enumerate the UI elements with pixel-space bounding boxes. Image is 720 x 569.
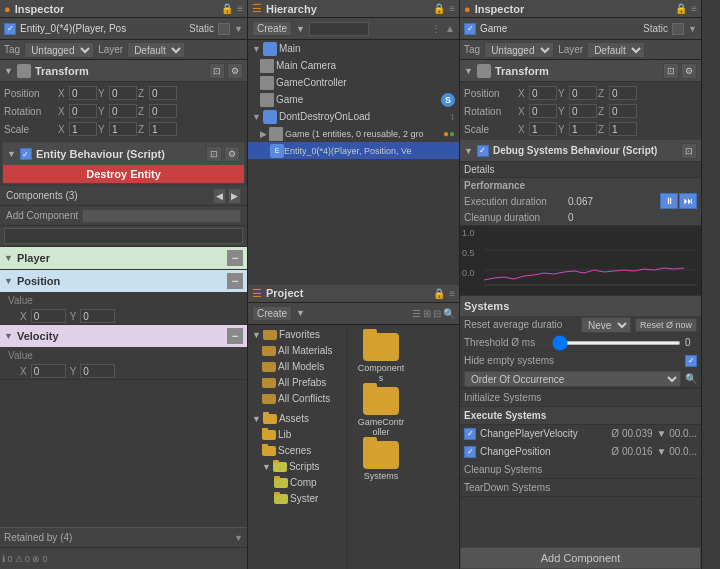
right-transform-icon-btn2[interactable]: ⚙ bbox=[681, 63, 697, 79]
proj-search-icon[interactable]: 🔍 bbox=[443, 308, 455, 319]
all-conflicts-folder[interactable]: All Conflicts bbox=[250, 391, 345, 407]
left-scale-x[interactable] bbox=[69, 122, 97, 136]
order-search-icon[interactable]: 🔍 bbox=[685, 373, 697, 384]
velocity-arrow[interactable]: ▼ bbox=[4, 331, 13, 341]
hier-item-entity[interactable]: E Entity_0(*4)(Player, Position, Ve bbox=[248, 142, 459, 159]
lib-folder[interactable]: Lib bbox=[250, 427, 345, 443]
left-pos-x[interactable] bbox=[69, 86, 97, 100]
project-lock[interactable]: 🔒 bbox=[433, 288, 445, 299]
pos-comp-y[interactable] bbox=[80, 309, 115, 323]
right-menu-icon[interactable]: ≡ bbox=[691, 3, 697, 14]
error-btn[interactable]: ⊗ 0 bbox=[32, 554, 48, 564]
comp-prev-btn[interactable]: ◀ bbox=[213, 188, 226, 204]
left-pos-z[interactable] bbox=[149, 86, 177, 100]
right-rot-z[interactable] bbox=[609, 104, 637, 118]
left-transform-icon-btn2[interactable]: ⚙ bbox=[227, 63, 243, 79]
left-transform-arrow[interactable]: ▼ bbox=[4, 66, 13, 76]
right-layer-dropdown[interactable]: Default bbox=[587, 42, 645, 58]
info-btn-1[interactable]: ℹ 0 bbox=[2, 554, 13, 564]
dontdestroy-scroll[interactable]: ↕ bbox=[450, 111, 455, 122]
exec-sys-1-checkbox[interactable]: ✓ bbox=[464, 428, 476, 440]
favorites-folder[interactable]: ▼ Favorites bbox=[250, 327, 345, 343]
right-scale-z[interactable] bbox=[609, 122, 637, 136]
comp-subfolder[interactable]: Comp bbox=[250, 475, 345, 491]
hierarchy-create-arrow[interactable]: ▼ bbox=[296, 24, 305, 34]
vel-comp-x[interactable] bbox=[31, 364, 66, 378]
dropdown-arrow-left[interactable]: ▼ bbox=[234, 24, 243, 34]
add-component-input-left[interactable] bbox=[82, 209, 241, 223]
right-rot-y[interactable] bbox=[569, 104, 597, 118]
right-rot-x[interactable] bbox=[529, 104, 557, 118]
right-pos-x[interactable] bbox=[529, 86, 557, 100]
reset-avg-dropdown[interactable]: Never bbox=[581, 317, 631, 333]
exec-sys-2-checkbox[interactable]: ✓ bbox=[464, 446, 476, 458]
debug-systems-icon-btn[interactable]: ⊡ bbox=[681, 143, 697, 159]
scripts-arrow[interactable]: ▼ bbox=[262, 462, 271, 472]
right-pos-z[interactable] bbox=[609, 86, 637, 100]
pos-comp-x[interactable] bbox=[31, 309, 66, 323]
right-tag-dropdown[interactable]: Untagged bbox=[484, 42, 554, 58]
player-comp-minus-btn[interactable]: − bbox=[227, 250, 243, 266]
right-transform-arrow[interactable]: ▼ bbox=[464, 66, 473, 76]
threshold-slider[interactable] bbox=[552, 341, 681, 345]
right-pos-y[interactable] bbox=[569, 86, 597, 100]
left-scale-y[interactable] bbox=[109, 122, 137, 136]
position-arrow[interactable]: ▼ bbox=[4, 276, 13, 286]
game-entities-expand-arrow[interactable]: ▶ bbox=[260, 129, 267, 139]
order-dropdown[interactable]: Order Of Occurrence bbox=[464, 371, 681, 387]
eb-enabled-checkbox[interactable]: ✓ bbox=[20, 148, 32, 160]
favorites-arrow[interactable]: ▼ bbox=[252, 330, 261, 340]
game-entities-dot2[interactable]: ● bbox=[449, 128, 455, 139]
hier-item-main[interactable]: ▼ Main bbox=[248, 40, 459, 57]
components-folder-large[interactable]: Components bbox=[356, 333, 406, 383]
destroy-entity-button[interactable]: Destroy Entity bbox=[3, 165, 244, 183]
retained-expand-icon[interactable]: ▼ bbox=[234, 533, 243, 543]
eb-icon-btn1[interactable]: ⊡ bbox=[206, 146, 222, 162]
proj-view-tree[interactable]: ⊟ bbox=[433, 308, 441, 319]
left-menu-icon[interactable]: ≡ bbox=[237, 3, 243, 14]
assets-arrow[interactable]: ▼ bbox=[252, 414, 261, 424]
comp-next-btn[interactable]: ▶ bbox=[228, 188, 241, 204]
hierarchy-create-btn[interactable]: Create bbox=[252, 21, 292, 36]
right-lock-icon[interactable]: 🔒 bbox=[675, 3, 687, 14]
left-rot-z[interactable] bbox=[149, 104, 177, 118]
vel-comp-y[interactable] bbox=[80, 364, 115, 378]
eb-icon-btn2[interactable]: ⚙ bbox=[224, 146, 240, 162]
dropdown-arrow-right[interactable]: ▼ bbox=[688, 24, 697, 34]
hier-item-game-entities[interactable]: ▶ Game (1 entities, 0 reusable, 2 gro ● … bbox=[248, 125, 459, 142]
warning-btn[interactable]: ⚠ 0 bbox=[15, 554, 31, 564]
hierarchy-search-input[interactable] bbox=[309, 22, 369, 36]
left-transform-icon-btn1[interactable]: ⊡ bbox=[209, 63, 225, 79]
right-transform-icon-btn1[interactable]: ⊡ bbox=[663, 63, 679, 79]
scenes-folder[interactable]: Scenes bbox=[250, 443, 345, 459]
project-menu[interactable]: ≡ bbox=[449, 288, 455, 299]
hide-empty-checkbox[interactable]: ✓ bbox=[685, 355, 697, 367]
hier-item-dontdestroy[interactable]: ▼ DontDestroyOnLoad ↕ bbox=[248, 108, 459, 125]
hierarchy-lock[interactable]: 🔒 bbox=[433, 3, 445, 14]
left-pos-y[interactable] bbox=[109, 86, 137, 100]
project-create-arrow[interactable]: ▼ bbox=[296, 308, 305, 318]
all-models-folder[interactable]: All Models bbox=[250, 359, 345, 375]
left-tag-dropdown[interactable]: Untagged bbox=[24, 42, 94, 58]
perf-pause-btn[interactable]: ⏸ bbox=[660, 193, 678, 209]
left-scale-z[interactable] bbox=[149, 122, 177, 136]
static-checkbox-left[interactable] bbox=[218, 23, 230, 35]
gamecontroller-folder-large[interactable]: GameController bbox=[356, 387, 406, 437]
scripts-folder[interactable]: ▼ Scripts bbox=[250, 459, 345, 475]
right-entity-checkbox[interactable]: ✓ bbox=[464, 23, 476, 35]
all-materials-folder[interactable]: All Materials bbox=[250, 343, 345, 359]
main-expand-arrow[interactable]: ▼ bbox=[252, 44, 261, 54]
add-component-button-right[interactable]: Add Component bbox=[460, 547, 701, 569]
eb-arrow[interactable]: ▼ bbox=[7, 149, 16, 159]
left-lock-icon[interactable]: 🔒 bbox=[221, 3, 233, 14]
search-input-left[interactable] bbox=[4, 228, 243, 244]
proj-view-list[interactable]: ☰ bbox=[412, 308, 421, 319]
right-scale-y[interactable] bbox=[569, 122, 597, 136]
reset-now-btn[interactable]: Reset Ø now bbox=[635, 318, 697, 332]
hierarchy-scroll-up[interactable]: ▲ bbox=[445, 23, 455, 34]
right-scale-x[interactable] bbox=[529, 122, 557, 136]
systems-folder-large[interactable]: Systems bbox=[356, 441, 406, 481]
velocity-comp-minus-btn[interactable]: − bbox=[227, 328, 243, 344]
debug-systems-arrow[interactable]: ▼ bbox=[464, 146, 473, 156]
debug-systems-checkbox[interactable]: ✓ bbox=[477, 145, 489, 157]
